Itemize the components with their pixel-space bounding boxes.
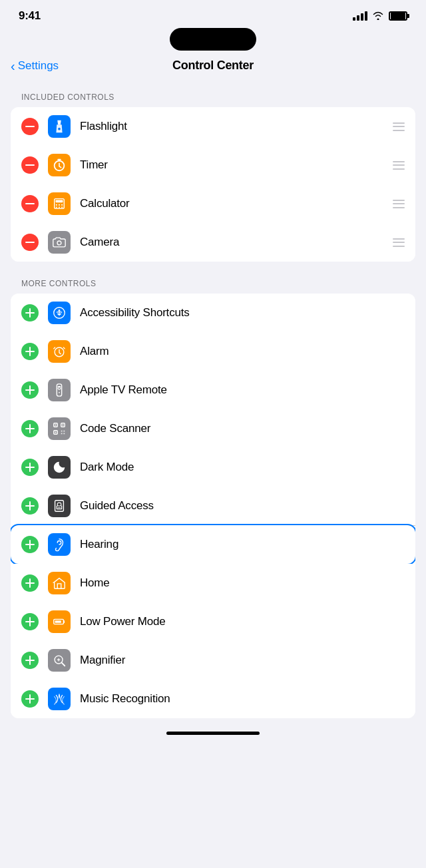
list-item: Accessibility Shortcuts	[11, 294, 415, 332]
more-controls-header: MORE CONTROLS	[0, 267, 426, 294]
list-item: Timer	[11, 146, 415, 184]
timer-icon	[48, 154, 71, 176]
svg-rect-3	[56, 200, 63, 203]
svg-point-7	[56, 206, 57, 208]
battery-icon	[389, 11, 407, 21]
list-item: Calculator	[11, 184, 415, 223]
remove-calculator-button[interactable]	[21, 195, 39, 212]
nav-bar: ‹ Settings Control Center	[0, 53, 426, 81]
list-item: Home	[11, 564, 415, 602]
add-alarm-button[interactable]	[21, 343, 39, 360]
status-icons	[353, 11, 407, 22]
remove-flashlight-button[interactable]	[21, 118, 39, 135]
timer-label: Timer	[80, 158, 386, 172]
signal-bars-icon	[353, 11, 367, 21]
magnifier-icon	[48, 649, 71, 672]
included-controls-list: Flashlight Timer	[11, 107, 415, 262]
list-item: Alarm	[11, 332, 415, 371]
camera-icon	[48, 231, 71, 254]
alarm-label: Alarm	[80, 345, 405, 358]
appletv-icon	[48, 379, 71, 401]
add-codescanner-button[interactable]	[21, 420, 39, 437]
darkmode-icon	[48, 456, 71, 479]
wifi-icon	[372, 11, 384, 22]
musicrecog-label: Music Recognition	[80, 692, 405, 706]
magnifier-label: Magnifier	[80, 654, 405, 667]
hearing-label: Hearing	[80, 538, 405, 551]
camera-drag-handle[interactable]	[393, 238, 405, 247]
list-item: Low Power Mode	[11, 602, 415, 641]
calculator-icon	[48, 192, 71, 215]
add-guidedaccess-button[interactable]	[21, 497, 39, 515]
svg-rect-14	[57, 384, 61, 396]
svg-point-5	[59, 204, 60, 206]
phone-frame: 9:41 ‹	[0, 0, 426, 868]
status-time: 9:41	[19, 9, 41, 23]
guidedaccess-icon	[48, 495, 71, 517]
codescanner-icon	[48, 417, 71, 440]
dynamic-island	[170, 28, 256, 51]
svg-rect-25	[57, 503, 61, 506]
accessibility-icon	[48, 302, 71, 324]
svg-point-6	[61, 204, 63, 206]
svg-point-15	[58, 387, 61, 389]
remove-camera-button[interactable]	[21, 234, 39, 251]
flashlight-icon	[48, 115, 71, 138]
svg-line-30	[62, 663, 65, 666]
darkmode-label: Dark Mode	[80, 461, 405, 474]
home-indicator	[166, 732, 260, 735]
camera-label: Camera	[80, 236, 386, 249]
svg-rect-23	[55, 432, 57, 433]
codescanner-label: Code Scanner	[80, 422, 405, 435]
add-musicrecog-button[interactable]	[21, 690, 39, 708]
musicrecog-icon	[48, 688, 71, 710]
svg-point-12	[59, 310, 61, 312]
list-item-hearing: Hearing	[11, 525, 415, 564]
svg-rect-21	[55, 425, 57, 426]
list-item: Dark Mode	[11, 448, 415, 487]
svg-rect-28	[55, 620, 61, 623]
add-appletv-button[interactable]	[21, 381, 39, 399]
list-item: Camera	[11, 223, 415, 262]
svg-point-0	[58, 128, 61, 130]
home-icon	[48, 572, 71, 594]
status-bar: 9:41	[0, 0, 426, 28]
svg-point-16	[59, 392, 60, 393]
flashlight-label: Flashlight	[80, 120, 386, 133]
svg-rect-22	[63, 425, 64, 426]
back-chevron-icon: ‹	[11, 59, 15, 73]
calculator-drag-handle[interactable]	[393, 200, 405, 208]
list-item: Magnifier	[11, 641, 415, 680]
included-controls-header: INCLUDED CONTROLS	[0, 81, 426, 107]
hearing-icon	[48, 533, 71, 556]
accessibility-label: Accessibility Shortcuts	[80, 306, 405, 320]
calculator-label: Calculator	[80, 197, 386, 210]
back-label: Settings	[18, 59, 59, 73]
appletv-label: Apple TV Remote	[80, 383, 405, 397]
add-magnifier-button[interactable]	[21, 652, 39, 669]
more-controls-list: Accessibility Shortcuts Alarm	[11, 294, 415, 718]
add-hearing-button[interactable]	[21, 536, 39, 553]
add-home-button[interactable]	[21, 574, 39, 592]
svg-point-9	[61, 206, 63, 208]
back-button[interactable]: ‹ Settings	[11, 59, 59, 73]
home-label: Home	[80, 576, 405, 590]
list-item: Code Scanner	[11, 409, 415, 448]
guidedaccess-label: Guided Access	[80, 499, 405, 513]
svg-point-10	[57, 241, 61, 245]
nav-title: Control Center	[172, 59, 254, 73]
add-darkmode-button[interactable]	[21, 459, 39, 476]
lowpower-label: Low Power Mode	[80, 615, 405, 628]
lowpower-icon	[48, 610, 71, 633]
alarm-icon	[48, 340, 71, 363]
remove-timer-button[interactable]	[21, 156, 39, 174]
list-item: Flashlight	[11, 107, 415, 146]
list-item: Music Recognition	[11, 680, 415, 718]
timer-drag-handle[interactable]	[393, 161, 405, 170]
add-lowpower-button[interactable]	[21, 613, 39, 630]
add-accessibility-button[interactable]	[21, 304, 39, 322]
svg-point-4	[56, 204, 57, 206]
list-item: Apple TV Remote	[11, 371, 415, 409]
svg-point-8	[59, 206, 60, 208]
flashlight-drag-handle[interactable]	[393, 122, 405, 131]
